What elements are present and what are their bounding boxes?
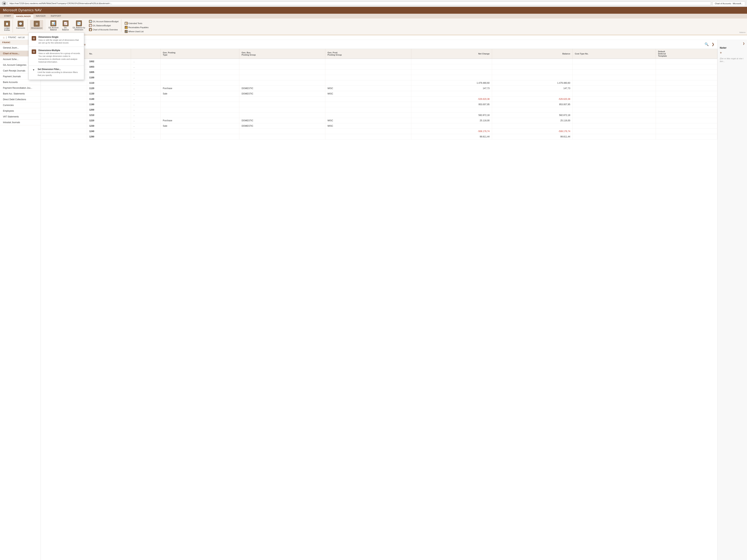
table-row[interactable]: 1230 ... Sale DOMESTIC MISC	[41, 123, 717, 129]
cell-balance: 25.116,00	[492, 118, 572, 123]
cell-actions[interactable]: ...	[131, 80, 160, 86]
cell-deferral	[656, 64, 717, 70]
sidebar-item-employees[interactable]: Employees	[0, 108, 41, 114]
table-row[interactable]: 1003 ...	[41, 64, 717, 70]
ribbon-content: 📋 LedgerEntries 💬 Comments ⊞ Dimensions …	[0, 19, 747, 35]
cell-actions[interactable]: ...	[131, 70, 160, 75]
search-button[interactable]: 🔍	[704, 42, 709, 46]
extended-texts-button[interactable]: 📝 Extended Texts	[124, 22, 150, 25]
table-row[interactable]: 1120 ... Purchase DOMESTIC MISC 147,73 1…	[41, 86, 717, 91]
tab-handlinger[interactable]: HANDLINGER	[14, 14, 33, 19]
cell-net-change	[411, 123, 492, 129]
sidebar-item-bank-acc-statements[interactable]: Bank Acc. Statements	[0, 91, 41, 97]
cell-actions[interactable]: ...	[131, 123, 160, 129]
where-used-list-button[interactable]: 🔗 Where-Used List	[124, 30, 150, 33]
cell-actions[interactable]: ...	[131, 102, 160, 107]
cell-no: 1005	[87, 70, 131, 75]
sidebar-item-currencies[interactable]: Currencies	[0, 102, 41, 108]
cell-actions[interactable]: ...	[131, 97, 160, 102]
company-bar: ⌂ | FINANC nal Ltd.	[0, 35, 747, 40]
col-header-gen-posting-type: Gen. PostingType	[160, 49, 239, 59]
cell-actions[interactable]: ...	[131, 107, 160, 113]
table-row[interactable]: 1190 ... 953.007,95 953.007,95	[41, 102, 717, 107]
dimensions-single-item[interactable]: ⊞ Dimensions-Single View or edit the sin…	[29, 34, 84, 46]
cell-balance	[492, 64, 572, 70]
tab-start[interactable]: START	[1, 14, 14, 19]
cell-gen-posting-type	[160, 107, 239, 113]
table-row[interactable]: 1220 ... Purchase DOMESTIC MISC 25.116,0…	[41, 118, 717, 123]
receivables-payables-button[interactable]: 💰 Receivables-Payables	[124, 26, 150, 29]
sidebar-item-bank-accounts[interactable]: Bank Accounts	[0, 79, 41, 85]
cell-actions[interactable]: ...	[131, 129, 160, 134]
right-panel-add-button[interactable]: +	[720, 51, 745, 55]
sidebar-item-intrastat-journals[interactable]: Intrastat Journals	[0, 119, 41, 125]
cell-balance: 147,73	[492, 86, 572, 91]
cell-no: 1220	[87, 118, 131, 123]
table-row[interactable]: 1005 ...	[41, 70, 717, 75]
table-row[interactable]: 1200 ...	[41, 107, 717, 113]
table-row[interactable]: 1130 ... Sale DOMESTIC MISC	[41, 91, 717, 97]
cell-gen-prod	[325, 134, 411, 139]
cell-actions[interactable]: ...	[131, 134, 160, 139]
chart-overview-button[interactable]: 📋 Chart of Accounts Overview	[88, 28, 120, 31]
right-panel-collapse[interactable]: ❯	[720, 42, 745, 45]
cell-balance: 582.872,18	[492, 113, 572, 118]
cell-deferral	[656, 97, 717, 102]
comments-icon: 💬	[18, 21, 24, 27]
chart-overview-icon: 📋	[89, 28, 92, 31]
cell-actions[interactable]: ...	[131, 64, 160, 70]
cell-name	[41, 129, 87, 134]
gl-balance-button[interactable]: 📈 G/LBalance	[61, 20, 70, 31]
cell-balance	[492, 107, 572, 113]
comments-button[interactable]: 💬 Comments	[15, 20, 26, 30]
gl-account-balance-button[interactable]: 📊 G/L AccountBalance	[47, 20, 59, 31]
gl-balance-small-button[interactable]: 📈 G/L Balance/Budget	[88, 24, 120, 27]
sidebar-item-direct-debit-collections[interactable]: Direct Debit Collections	[0, 97, 41, 102]
dimensions-button[interactable]: ⊞ Dimensions ▾	[30, 20, 43, 30]
cell-actions[interactable]: ...	[131, 59, 160, 64]
gl-account-balance-small-button[interactable]: 📊 G/L Account Balance/Budget	[88, 20, 120, 23]
table-row[interactable]: 1290 ... 99.811,44 99.811,44	[41, 134, 717, 139]
browser-address-bar[interactable]: https://nav72326-ljvxz.navdemo.net/NAV/W…	[8, 1, 711, 5]
tab-rapport[interactable]: RAPPORT	[48, 14, 64, 19]
sidebar-item-payment-reconciliation[interactable]: Payment Reconciliation Jou...	[0, 85, 41, 91]
cell-actions[interactable]: ...	[131, 86, 160, 91]
browser-back-button[interactable]: ◀	[2, 1, 6, 5]
gl-account-balance-small-icon: 📊	[89, 20, 92, 23]
table-row[interactable]: 1100 ...	[41, 75, 717, 80]
balance-by-dimension-button[interactable]: 📉 G/L Balance byDimension	[72, 20, 86, 31]
gl-account-balance-icon: 📊	[50, 20, 56, 26]
cell-cost-type	[572, 113, 656, 118]
table-row[interactable]: 1110 ... 1.479.480,60 1.479.480,60	[41, 80, 717, 86]
cell-actions[interactable]: ...	[131, 75, 160, 80]
sidebar-item-vat-statements[interactable]: VAT Statements	[0, 114, 41, 119]
home-icon[interactable]: ⌂	[3, 36, 4, 39]
set-dimension-filter-item[interactable]: ▼ Set Dimension Filter... Limit the tota…	[29, 66, 84, 78]
cell-actions[interactable]: ...	[131, 113, 160, 118]
ledger-entries-button[interactable]: 📋 LedgerEntries	[3, 20, 11, 32]
cell-actions[interactable]: ...	[131, 118, 160, 123]
cell-no: 1130	[87, 91, 131, 97]
cell-gen-prod: MISC	[325, 118, 411, 123]
collapse-button[interactable]: ❯	[712, 42, 714, 46]
cell-no: 1140	[87, 97, 131, 102]
dimensions-single-desc: View or edit the single set of dimension…	[38, 39, 81, 45]
table-row[interactable]: 1140 ... -526.620,38 -526.620,38	[41, 97, 717, 102]
cell-no: 1100	[87, 75, 131, 80]
cell-cost-type	[572, 70, 656, 75]
dimensions-multiple-item[interactable]: ⊞ Dimensions-Multiple View or edit dimen…	[29, 48, 84, 65]
cell-balance: -508.176,74	[492, 129, 572, 134]
cell-gen-prod: MISC	[325, 86, 411, 91]
cell-cost-type	[572, 86, 656, 91]
table-row[interactable]: 1002 ...	[41, 59, 717, 64]
dimensions-multiple-title: Dimensions-Multiple	[38, 49, 81, 52]
app-title: Microsoft Dynamics NAV	[3, 8, 42, 12]
cell-actions[interactable]: ...	[131, 91, 160, 97]
cell-deferral	[656, 86, 717, 91]
cell-no: 1120	[87, 86, 131, 91]
cell-gen-prod	[325, 107, 411, 113]
table-row[interactable]: 1210 ... 582.872,18 582.872,18	[41, 113, 717, 118]
table-row[interactable]: 1240 ... -508.176,74 -508.176,74	[41, 129, 717, 134]
tab-naviger[interactable]: NAVIGER	[33, 14, 48, 19]
browser-tab[interactable]: Chart of Accounts - Microsoft...	[713, 1, 745, 5]
